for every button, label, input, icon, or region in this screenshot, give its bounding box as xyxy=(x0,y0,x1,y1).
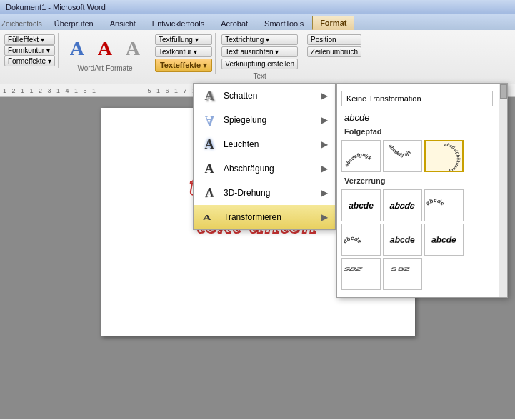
verzerrung-item-7[interactable]: ꜱʙᴢ xyxy=(341,258,381,290)
verzerrung-item-2[interactable]: abcde xyxy=(383,189,422,221)
position-button[interactable]: Position xyxy=(307,34,361,45)
verzerrung-grid: abcde abcde abcde xyxy=(341,189,493,290)
no-transform-sample: abcde xyxy=(341,109,493,126)
keine-transformation[interactable]: Keine Transformation xyxy=(341,91,493,106)
folgepfad-item-3[interactable]: abcdefghijklmnop xyxy=(424,140,464,172)
scrollbar[interactable] xyxy=(499,84,507,297)
textfullung-button[interactable]: Textfüllung ▾ xyxy=(155,34,212,45)
menu-abschragung[interactable]: A Abschrägung ▶ xyxy=(194,156,335,181)
schatten-icon: A xyxy=(201,87,218,104)
tab-ansicht[interactable]: Ansicht xyxy=(102,16,144,30)
form-group: Füllefffekt ▾ Formkontur ▾ Formeffekte ▾ xyxy=(1,33,59,68)
menu-leuchten[interactable]: A Leuchten ▶ xyxy=(194,132,335,156)
verzerrung-item-3[interactable]: abcde xyxy=(424,189,464,221)
svg-text:ꜱʙᴢ: ꜱʙᴢ xyxy=(344,265,364,271)
folgepfad-item-2[interactable]: abcdefghijk xyxy=(383,140,422,172)
texteffekte-menu: A Schatten ▶ A Spiegelung ▶ A Leuchten ▶… xyxy=(193,83,336,230)
tab-entwicklertools[interactable]: Entwicklertools xyxy=(144,16,212,30)
abschragung-label: Abschrägung xyxy=(224,164,274,174)
transformieren-icon: A xyxy=(201,209,218,226)
svg-text:abcdefghijklmnop: abcdefghijklmnop xyxy=(444,142,460,171)
transformieren-arrow: ▶ xyxy=(321,212,328,222)
textkontur-button[interactable]: Textkontur ▾ xyxy=(155,46,212,57)
menu-spiegelung[interactable]: A Spiegelung ▶ xyxy=(194,108,335,132)
wordart-group-label: WordArt-Formate xyxy=(77,64,132,72)
formkontur-button[interactable]: Formkontur ▾ xyxy=(4,45,55,56)
scrollbar-thumb[interactable] xyxy=(500,84,507,99)
verzerrung-item-8[interactable]: ꜱʙᴢ xyxy=(383,258,422,290)
schatten-arrow: ▶ xyxy=(321,91,328,101)
verzerrung-title: Verzerrung xyxy=(341,175,493,186)
abschragung-icon: A xyxy=(201,160,218,177)
leuchten-icon: A xyxy=(201,136,218,153)
texteffekte-button[interactable]: Texteffekte ▾ xyxy=(155,59,212,72)
verknupfung-button[interactable]: Verknüpfung erstellen xyxy=(221,59,298,69)
3d-drehung-arrow: ▶ xyxy=(321,188,328,198)
folgepfad-grid: abcdefghijk abcdefghijk xyxy=(341,140,493,172)
svg-text:ꜱʙᴢ: ꜱʙᴢ xyxy=(389,265,411,271)
title-bar: Dokument1 - Microsoft Word xyxy=(0,0,515,14)
svg-text:abcdefghijk: abcdefghijk xyxy=(344,151,373,167)
verzerrung-item-5[interactable]: abcde xyxy=(383,224,422,256)
folgepfad-item-1[interactable]: abcdefghijk xyxy=(341,140,381,172)
textrichtung-button[interactable]: Textrichtung ▾ xyxy=(221,34,298,45)
ribbon-tabs: Zeichentools Überprüfen Ansicht Entwickl… xyxy=(0,14,515,30)
verzerrung-item-4[interactable]: abcde xyxy=(341,224,381,256)
text-group: Textrichtung ▾ Text ausrichten ▾ Verknüp… xyxy=(219,33,301,81)
tab-uberprüfen[interactable]: Überprüfen xyxy=(46,16,101,30)
fullefffekt-button[interactable]: Füllefffekt ▾ xyxy=(4,34,55,45)
3d-drehung-label: 3D-Drehung xyxy=(224,188,270,198)
text-group-label: Text xyxy=(221,72,298,80)
tab-format[interactable]: Format xyxy=(312,16,354,30)
wordart-a-blue[interactable]: A xyxy=(64,34,90,63)
tab-smarttools[interactable]: SmartTools xyxy=(256,16,311,30)
keine-transformation-label: Keine Transformation xyxy=(346,94,421,103)
transform-content: Keine Transformation abcde Folgepfad abc… xyxy=(341,91,503,290)
svg-text:abcde: abcde xyxy=(344,234,363,244)
title-text: Dokument1 - Microsoft Word xyxy=(6,3,106,11)
wordart-a-red[interactable]: A xyxy=(92,34,118,63)
transform-submenu: Keine Transformation abcde Folgepfad abc… xyxy=(336,83,508,298)
wordart-a-gray[interactable]: A xyxy=(120,34,146,63)
leuchten-arrow: ▶ xyxy=(321,139,328,149)
spiegelung-arrow: ▶ xyxy=(321,115,328,125)
verzerrung-item-6[interactable]: abcde xyxy=(424,224,464,256)
wordart-letters: A A A xyxy=(64,34,146,63)
spiegelung-label: Spiegelung xyxy=(224,115,266,125)
spiegelung-icon: A xyxy=(201,111,218,129)
svg-text:abcdefghijk: abcdefghijk xyxy=(388,143,412,158)
wordart-group: A A A WordArt-Formate xyxy=(61,33,149,74)
svg-text:abcde: abcde xyxy=(426,196,446,206)
leuchten-label: Leuchten xyxy=(224,139,259,149)
formeffekte-button[interactable]: Formeffekte ▾ xyxy=(4,56,55,66)
ribbon-content: Füllefffekt ▾ Formkontur ▾ Formeffekte ▾… xyxy=(0,30,515,84)
abschragung-arrow: ▶ xyxy=(321,164,328,174)
transformieren-label: Transformieren xyxy=(224,212,281,222)
text-ausrichten-button[interactable]: Text ausrichten ▾ xyxy=(221,46,298,57)
arrange-group: Position Zeilenumbruch xyxy=(304,33,364,59)
3d-drehung-icon: A xyxy=(201,184,218,201)
verzerrung-item-1[interactable]: abcde xyxy=(341,189,381,221)
zeichentools-label: Zeichentools xyxy=(1,20,46,30)
menu-3d-drehung[interactable]: A 3D-Drehung ▶ xyxy=(194,181,335,205)
menu-schatten[interactable]: A Schatten ▶ xyxy=(194,84,335,108)
schatten-label: Schatten xyxy=(224,91,257,101)
tab-acrobat[interactable]: Acrobat xyxy=(213,16,256,30)
menu-transformieren[interactable]: A Transformieren ▶ xyxy=(194,205,335,229)
zeilenumbruch-button[interactable]: Zeilenumbruch xyxy=(307,46,361,57)
text-effects-group: Textfüllung ▾ Textkontur ▾ Texteffekte ▾ xyxy=(152,33,216,74)
folgepfad-title: Folgepfad xyxy=(341,126,493,137)
svg-text:A: A xyxy=(203,214,211,222)
main-area: text oben text mitte text unten A Schatt… xyxy=(0,97,515,419)
